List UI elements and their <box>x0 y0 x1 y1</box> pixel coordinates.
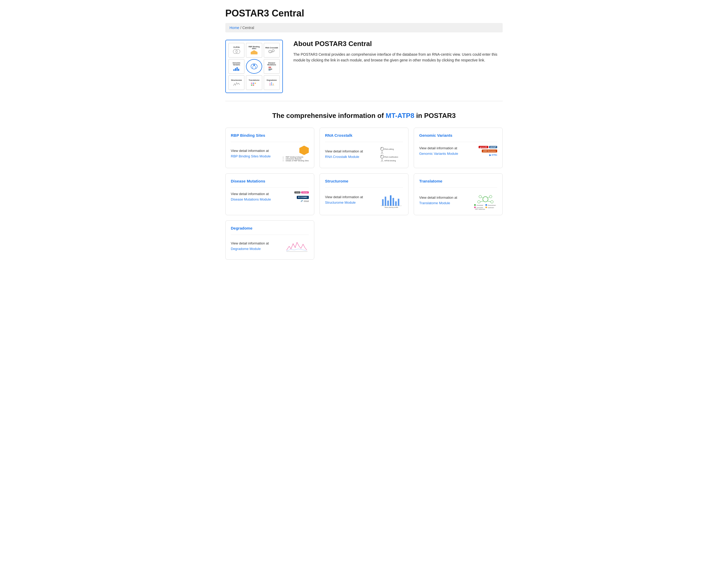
about-section: CLIPdb RBP Binding Sites RNA Crosstalk G… <box>225 40 503 101</box>
card-disease-link[interactable]: Disease Mutations Module <box>231 197 271 201</box>
card-disease-title[interactable]: Disease Mutations <box>231 179 309 183</box>
card-genomic-title[interactable]: Genomic Variants <box>419 133 497 138</box>
svg-rect-17 <box>251 83 252 84</box>
svg-line-30 <box>382 152 383 154</box>
svg-rect-9 <box>238 69 239 71</box>
breadcrumb-home[interactable]: Home <box>230 26 239 30</box>
mini-clipdb: CLIPdb <box>229 43 244 57</box>
svg-rect-40 <box>382 199 384 206</box>
svg-text:Annotated: Annotated <box>476 204 483 206</box>
svg-text:Upstream: Upstream <box>488 207 494 209</box>
svg-text:ORF categories: ORF categories <box>475 209 485 210</box>
svg-line-29 <box>381 152 382 154</box>
empty-placeholder-1 <box>319 220 409 260</box>
mini-central <box>246 59 262 74</box>
svg-line-12 <box>253 66 253 68</box>
svg-line-5 <box>270 52 273 53</box>
mini-translatome: Translatome <box>246 75 262 90</box>
svg-rect-45 <box>395 201 397 206</box>
svg-rect-6 <box>233 69 234 71</box>
card-structurome-title[interactable]: Structurome <box>325 179 403 183</box>
card-genomic-visual: gnomAD dbSNP 1000 Genomes ▶ GTEx <box>471 146 497 156</box>
cards-middle-row: Disease Mutations View detail informatio… <box>225 173 503 215</box>
svg-point-61 <box>486 204 487 206</box>
card-rbp-title[interactable]: RBP Binding Sites <box>231 133 309 138</box>
card-rbp-link[interactable]: RBP Binding Sites Module <box>231 154 270 158</box>
svg-point-0 <box>233 49 237 54</box>
svg-rect-7 <box>235 68 236 71</box>
svg-rect-16 <box>268 70 270 71</box>
svg-rect-19 <box>255 83 256 84</box>
svg-marker-2 <box>251 50 258 54</box>
card-degradome-text: View detail information at Degradome Mod… <box>231 241 269 252</box>
svg-point-33 <box>381 155 382 156</box>
about-heading: About POSTAR3 Central <box>293 40 503 48</box>
card-translatome: Translatome View detail information at T… <box>414 173 503 215</box>
section-heading-pre: The comprehensive information of <box>272 112 386 119</box>
svg-rect-46 <box>398 199 399 206</box>
card-rna-title[interactable]: RNA Crosstalk <box>325 133 403 138</box>
svg-rect-42 <box>387 200 389 206</box>
svg-point-32 <box>381 155 384 158</box>
svg-rect-21 <box>253 84 254 86</box>
card-translatome-title[interactable]: Translatome <box>419 179 497 183</box>
svg-rect-14 <box>268 67 271 68</box>
card-degradome-visual <box>283 239 309 254</box>
gene-name: MT-ATP8 <box>386 112 414 119</box>
cards-top-row: RBP Binding Sites View detail informatio… <box>225 128 503 168</box>
svg-line-55 <box>480 201 483 202</box>
breadcrumb: Home / Central <box>225 23 503 32</box>
svg-rect-41 <box>385 197 386 206</box>
svg-point-63 <box>486 206 487 208</box>
mini-degradome: Degradome <box>264 75 280 90</box>
mini-structurome: Structurome <box>229 75 244 90</box>
about-description: The POSTAR3 Central provides an comprehe… <box>293 52 503 63</box>
card-disease-visual: TOGA ClinVar ⚙ COSMIC 🧬 CCLE <box>283 191 309 202</box>
svg-rect-44 <box>392 198 394 206</box>
card-degradome-title[interactable]: Degradome <box>231 226 309 230</box>
page-title: POSTAR3 Central <box>225 8 503 19</box>
svg-rect-18 <box>253 83 254 84</box>
card-genomic-text: View detail information at Genomic Varia… <box>419 146 458 157</box>
svg-point-50 <box>489 195 492 198</box>
svg-rect-8 <box>237 67 238 71</box>
card-genomic: Genomic Variants View detail information… <box>414 128 503 168</box>
card-structurome-link[interactable]: Structurome Module <box>325 200 356 204</box>
svg-point-52 <box>491 200 493 203</box>
card-rna: RNA Crosstalk View detail information at… <box>319 128 409 168</box>
svg-point-57 <box>474 204 476 206</box>
svg-rect-43 <box>390 195 391 206</box>
svg-point-26 <box>381 147 384 150</box>
empty-placeholder-2 <box>414 220 503 260</box>
card-structurome: Structurome View detail information at S… <box>319 173 409 215</box>
card-structurome-visual: Base-pairing profile <box>377 191 403 209</box>
svg-line-53 <box>482 197 483 198</box>
svg-point-49 <box>479 195 482 198</box>
mini-rbp: RBP Binding Sites <box>246 43 262 57</box>
svg-line-54 <box>488 197 489 198</box>
svg-line-35 <box>381 160 382 162</box>
svg-point-4 <box>272 50 274 52</box>
svg-line-56 <box>488 201 491 202</box>
mini-genomic: Genomic Variants <box>229 59 244 74</box>
svg-text:Base-pairing profile: Base-pairing profile <box>385 206 398 208</box>
svg-point-48 <box>483 197 488 202</box>
card-degradome-link[interactable]: Degradome Module <box>231 247 261 251</box>
card-rbp-text: View detail information at RBP Binding S… <box>231 148 270 159</box>
svg-point-11 <box>253 64 255 66</box>
card-rbp: RBP Binding Sites View detail informatio… <box>225 128 314 168</box>
card-rbp-visual: RBP binding hotspots Interaction Network… <box>283 146 309 162</box>
card-structurome-text: View detail information at Structurome M… <box>325 195 363 205</box>
svg-point-1 <box>236 49 240 54</box>
card-translatome-link[interactable]: Translatome Module <box>419 201 450 205</box>
svg-point-51 <box>477 200 480 203</box>
card-genomic-link[interactable]: Genomic Variants Module <box>419 151 458 156</box>
svg-text:RNA editing: RNA editing <box>384 148 394 150</box>
svg-line-36 <box>382 160 383 162</box>
card-disease: Disease Mutations View detail informatio… <box>225 173 314 215</box>
svg-text:mRNA binding: mRNA binding <box>384 160 396 162</box>
svg-point-59 <box>474 206 476 208</box>
card-rna-link[interactable]: RNA Crosstalk Module <box>325 155 359 159</box>
cards-bottom-row: Degradome View detail information at Deg… <box>225 220 503 260</box>
svg-point-27 <box>381 147 382 148</box>
